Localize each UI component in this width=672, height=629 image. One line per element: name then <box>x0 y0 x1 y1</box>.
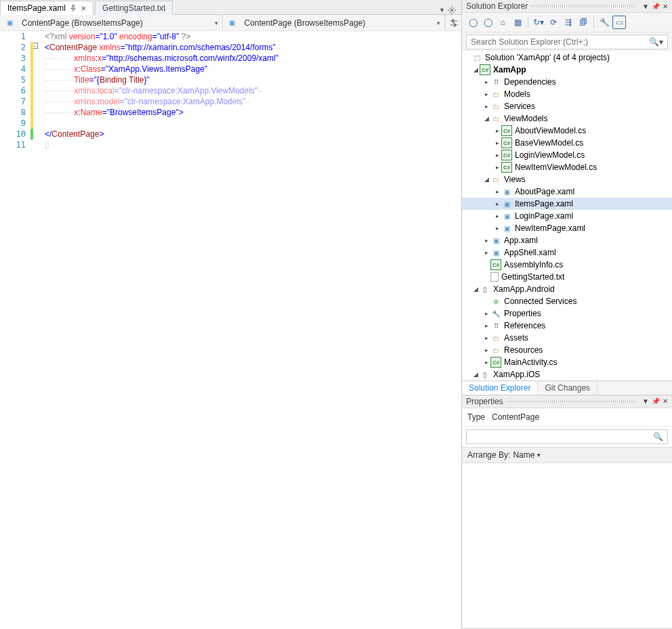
tab-itemspage[interactable]: ItemsPage.xaml ✕ <box>0 1 93 15</box>
line-number: 2 <box>0 42 26 53</box>
xaml-file-icon: ▣ <box>501 186 512 197</box>
type-label: ContentPage (BrowseItemsPage) <box>22 18 143 28</box>
tree-node[interactable]: ▸⊕Connected Services <box>462 295 672 307</box>
forward-button[interactable]: ◯ <box>481 16 495 29</box>
line-number: 10 <box>0 129 26 139</box>
project-node[interactable]: ◢C#XamApp <box>462 64 672 76</box>
project-node[interactable]: ◢▯XamApp.Android <box>462 283 672 295</box>
properties-search[interactable]: 🔍 <box>466 429 668 444</box>
tree-node[interactable]: ▸C#MainActivity.cs <box>462 356 672 368</box>
pin-icon[interactable]: 📌 <box>652 3 660 10</box>
close-icon[interactable]: ✕ <box>81 5 86 12</box>
switch-views-button[interactable]: ▦ <box>511 16 524 29</box>
svg-point-0 <box>451 9 453 12</box>
xaml-icon: ▣ <box>227 18 238 28</box>
folder-icon: 🗀 <box>490 113 501 124</box>
tree-node[interactable]: ▸🗀Resources <box>462 344 672 356</box>
show-all-files-button[interactable]: 🗐 <box>576 16 590 29</box>
csharp-project-icon: C# <box>480 64 490 75</box>
properties-button[interactable]: 🔧 <box>597 16 611 29</box>
tree-node[interactable]: ▸🗀Assets <box>462 332 672 344</box>
solution-tree[interactable]: ▸⬚Solution 'XamApp' (4 of 4 projects) ◢C… <box>462 51 672 381</box>
member-label: ContentPage (BrowseItemsPage) <box>245 18 366 28</box>
xaml-file-icon: ▣ <box>501 223 512 234</box>
solution-explorer-search[interactable]: 🔍▾ <box>466 35 668 49</box>
folder-icon: 🗀 <box>490 174 501 185</box>
csharp-file-icon: C# <box>501 150 512 160</box>
arrange-value: Name <box>513 450 534 460</box>
chevron-down-icon: ▾ <box>537 452 541 458</box>
tree-node[interactable]: ▸▣App.xaml <box>462 234 672 246</box>
tree-node[interactable]: ▸▣AppShell.xaml <box>462 246 672 259</box>
change-marker <box>30 129 33 139</box>
search-icon[interactable]: 🔍▾ <box>645 37 667 47</box>
chevron-down-icon[interactable]: ▼ <box>642 3 649 10</box>
tree-node-selected[interactable]: ▸▣ItemsPage.xaml <box>462 198 672 210</box>
xaml-file-icon: ▣ <box>490 247 501 258</box>
pin-icon[interactable] <box>70 5 77 12</box>
pending-changes-button[interactable]: ↻▾ <box>532 16 545 29</box>
line-number: 11 <box>0 139 26 150</box>
xaml-file-icon: ▣ <box>501 211 512 221</box>
tree-node[interactable]: ▸⠿References <box>462 320 672 332</box>
tree-node[interactable]: ▸⠿Dependencies <box>462 76 672 88</box>
tree-node[interactable]: ▸C#NewItemViewModel.cs <box>462 161 672 173</box>
xaml-file-icon: ▣ <box>501 198 512 209</box>
tree-node[interactable]: ▸🗀Services <box>462 100 672 112</box>
tree-node[interactable]: ▸C#LoginViewModel.cs <box>462 149 672 161</box>
tree-node[interactable]: ▸GettingStarted.txt <box>462 271 672 283</box>
home-button[interactable]: ⌂ <box>496 16 509 29</box>
back-button[interactable]: ◯ <box>466 16 480 29</box>
tree-node[interactable]: ▸▣LoginPage.xaml <box>462 210 672 222</box>
code-editor[interactable]: 1 2 3 4 5 6 7 8 9 10 11 – <?xml·version=… <box>0 31 461 629</box>
solution-node[interactable]: ▸⬚Solution 'XamApp' (4 of 4 projects) <box>462 51 672 64</box>
close-icon[interactable]: ✕ <box>663 3 668 10</box>
chevron-down-icon: ▾ <box>437 20 440 26</box>
gear-icon[interactable] <box>448 6 456 14</box>
tree-node[interactable]: ▸C#AboutViewModel.cs <box>462 125 672 137</box>
chevron-down-icon[interactable]: ▼ <box>642 397 649 405</box>
csharp-file-icon: C# <box>501 162 512 173</box>
arrange-by-row[interactable]: Arrange By: Name ▾ <box>462 447 672 463</box>
line-number: 6 <box>0 85 26 96</box>
ios-project-icon: ▯ <box>480 369 490 380</box>
line-number: 1 <box>0 31 26 42</box>
right-panel-column: Solution Explorer ▼ 📌 ✕ ◯ ◯ ⌂ ▦ ↻▾ ⟳ ⇶ 🗐… <box>462 0 672 629</box>
tree-node[interactable]: ▸▣NewItemPage.xaml <box>462 222 672 234</box>
tree-node[interactable]: ▸C#AssemblyInfo.cs <box>462 259 672 271</box>
tree-node[interactable]: ▸C#BaseViewModel.cs <box>462 137 672 149</box>
chevron-down-icon[interactable]: ▼ <box>439 7 445 14</box>
tree-node[interactable]: ▸🔧Properties <box>462 307 672 320</box>
type-dropdown[interactable]: ▣ ContentPage (BrowseItemsPage) ▾ <box>0 15 223 30</box>
text-file-icon <box>490 272 499 282</box>
member-dropdown[interactable]: ▣ ContentPage (BrowseItemsPage) ▾ <box>223 15 446 30</box>
collapse-all-button[interactable]: ⇶ <box>562 16 575 29</box>
tab-solution-explorer[interactable]: Solution Explorer <box>462 381 538 395</box>
search-input[interactable] <box>467 37 645 47</box>
tree-node[interactable]: ▸🗀Models <box>462 88 672 100</box>
project-node[interactable]: ◢▯XamApp.iOS <box>462 368 672 381</box>
line-number: 7 <box>0 96 26 107</box>
properties-search-input[interactable] <box>467 432 649 441</box>
properties-grid[interactable] <box>462 463 672 628</box>
preview-button[interactable]: ▭ <box>612 16 626 29</box>
tree-node[interactable]: ◢🗀ViewModels <box>462 112 672 125</box>
split-button[interactable] <box>445 15 461 30</box>
tree-node[interactable]: ▸▣AboutPage.xaml <box>462 186 672 198</box>
document-tab-bar: ItemsPage.xaml ✕ GettingStarted.txt ▼ <box>0 0 461 15</box>
dependencies-icon: ⠿ <box>490 77 501 87</box>
tab-git-changes[interactable]: Git Changes <box>538 381 597 395</box>
folder-icon: 🗀 <box>490 101 501 112</box>
folder-icon: 🗀 <box>490 345 501 355</box>
tree-node[interactable]: ◢🗀Views <box>462 173 672 186</box>
tab-gettingstarted[interactable]: GettingStarted.txt <box>95 1 173 15</box>
search-icon[interactable]: 🔍 <box>649 432 667 441</box>
line-number: 5 <box>0 74 26 85</box>
panel-title: Properties <box>466 397 503 406</box>
pin-icon[interactable]: 📌 <box>652 397 660 405</box>
type-label: Type <box>467 412 485 422</box>
tab-well-options: ▼ <box>439 6 459 14</box>
close-icon[interactable]: ✕ <box>663 397 668 405</box>
csharp-file-icon: C# <box>490 259 501 270</box>
sync-button[interactable]: ⟳ <box>547 16 560 29</box>
